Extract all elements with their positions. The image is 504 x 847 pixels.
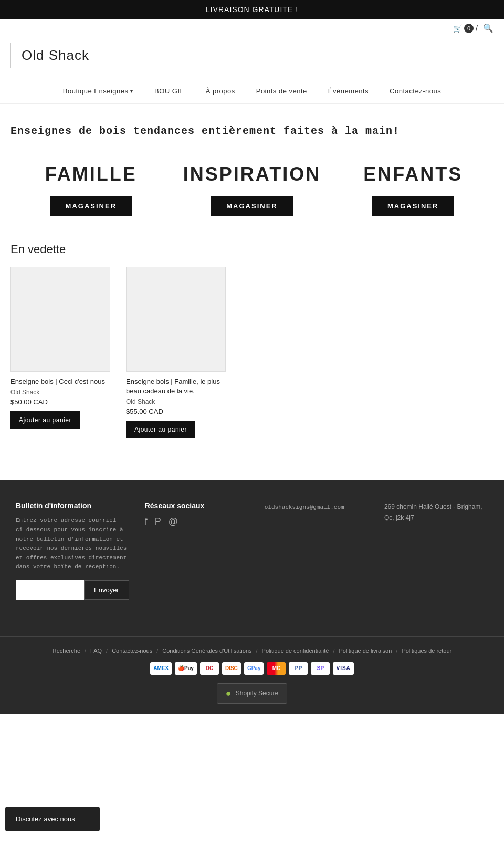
hero-text: Enseignes de bois tendances entièrement … bbox=[10, 125, 400, 137]
footer-social-col: Réseaux sociaux f P @ bbox=[145, 501, 249, 600]
nav-item-evenements[interactable]: Évènements bbox=[328, 87, 369, 95]
magasiner-famille-button[interactable]: MAGASINER bbox=[50, 196, 132, 216]
category-enfants-title: ENFANTS bbox=[363, 163, 463, 185]
footer-address: 269 chemin Hallé Ouest - Brigham, Qc, j2… bbox=[384, 503, 482, 521]
nav-item-boutique[interactable]: Boutique Enseignes ▾ bbox=[63, 87, 133, 95]
newsletter-input[interactable] bbox=[16, 580, 84, 600]
footer-link-politiques-retour[interactable]: Politiques de retour bbox=[397, 647, 456, 654]
footer-links: Recherche / FAQ / Contactez-nous / Condi… bbox=[16, 647, 488, 654]
footer-link-contact[interactable]: Contactez-nous bbox=[108, 647, 156, 654]
payment-amex-icon: AMEX bbox=[150, 662, 172, 675]
payment-google-icon: GPay bbox=[244, 662, 264, 675]
footer-grid: Bulletin d'information Entrez votre adre… bbox=[16, 501, 488, 600]
logo-wrap[interactable]: Old Shack bbox=[10, 43, 100, 68]
footer-link-politique-livraison[interactable]: Politique de livraison bbox=[334, 647, 396, 654]
facebook-icon[interactable]: f bbox=[145, 516, 148, 527]
nav-item-contact[interactable]: Contactez-nous bbox=[390, 87, 441, 95]
footer-address-col: 269 chemin Hallé Ouest - Brigham, Qc, j2… bbox=[384, 501, 488, 600]
magasiner-enfants-button[interactable]: MAGASINER bbox=[372, 196, 454, 216]
footer-newsletter-col: Bulletin d'information Entrez votre adre… bbox=[16, 501, 129, 600]
product-name-0: Enseigne bois | Ceci c'est nous bbox=[10, 377, 116, 386]
search-icon[interactable]: 🔍 bbox=[483, 23, 494, 33]
footer-link-conditions[interactable]: Conditions Générales d'Utilisations bbox=[158, 647, 256, 654]
newsletter-form: Envoyer bbox=[16, 580, 129, 600]
footer-link-faq[interactable]: FAQ bbox=[86, 647, 106, 654]
product-price-0: $50.00 CAD bbox=[10, 398, 116, 406]
product-brand-0: Old Shack bbox=[10, 389, 116, 396]
payment-visa-icon: VISA bbox=[333, 662, 353, 675]
shopify-logo-icon: ● bbox=[226, 688, 232, 699]
instagram-icon[interactable]: @ bbox=[169, 516, 178, 527]
payment-icons: AMEX 🍎Pay DC DISC GPay MC PP SP VISA bbox=[16, 662, 488, 675]
product-card-0: Enseigne bois | Ceci c'est nous Old Shac… bbox=[10, 267, 116, 438]
magasiner-inspiration-button[interactable]: MAGASINER bbox=[211, 196, 293, 216]
featured-title: En vedette bbox=[10, 243, 494, 256]
logo-text: Old Shack bbox=[22, 47, 89, 63]
hero-text-section: Enseignes de bois tendances entièrement … bbox=[0, 104, 504, 148]
product-name-1: Enseigne bois | Famille, le plus beau ca… bbox=[126, 377, 231, 396]
category-inspiration-title: INSPIRATION bbox=[183, 163, 321, 185]
footer-bottom: Recherche / FAQ / Contactez-nous / Condi… bbox=[0, 636, 504, 714]
product-image-0 bbox=[10, 267, 110, 372]
footer-email-col: oldshacksigns@gmail.com bbox=[265, 501, 369, 600]
payment-paypal-icon: PP bbox=[289, 662, 308, 675]
social-icons: f P @ bbox=[145, 516, 249, 527]
category-enfants: ENFANTS MAGASINER bbox=[332, 163, 494, 216]
footer: Bulletin d'information Entrez votre adre… bbox=[0, 480, 504, 636]
payment-mastercard-icon: MC bbox=[267, 662, 286, 675]
shopify-secure-badge: ● Shopify Secure bbox=[16, 683, 488, 704]
footer-email[interactable]: oldshacksigns@gmail.com bbox=[265, 504, 344, 510]
social-title: Réseaux sociaux bbox=[145, 501, 249, 510]
product-brand-1: Old Shack bbox=[126, 398, 231, 405]
payment-apple-icon: 🍎Pay bbox=[175, 662, 197, 675]
product-card-1: Enseigne bois | Famille, le plus beau ca… bbox=[126, 267, 231, 438]
site-header: Old Shack Boutique Enseignes ▾ BOU GIE À… bbox=[0, 37, 504, 104]
featured-section: En vedette Enseigne bois | Ceci c'est no… bbox=[0, 232, 504, 449]
footer-link-recherche[interactable]: Recherche bbox=[48, 647, 85, 654]
main-nav: Boutique Enseignes ▾ BOU GIE À propos Po… bbox=[10, 79, 494, 103]
chevron-down-icon: ▾ bbox=[130, 88, 133, 94]
cart-separator: / bbox=[476, 24, 478, 33]
top-banner-text: LIVRAISON GRATUITE ! bbox=[206, 5, 298, 14]
product-price-1: $55.00 CAD bbox=[126, 407, 231, 415]
add-to-cart-button-0[interactable]: Ajouter au panier bbox=[10, 411, 80, 429]
newsletter-title: Bulletin d'information bbox=[16, 501, 129, 510]
nav-item-points[interactable]: Points de vente bbox=[256, 87, 307, 95]
newsletter-send-button[interactable]: Envoyer bbox=[84, 580, 129, 600]
payment-discover-icon: DISC bbox=[222, 662, 241, 675]
newsletter-description: Entrez votre adresse courriel ci-dessous… bbox=[16, 516, 129, 572]
category-famille-title: FAMILLE bbox=[45, 163, 137, 185]
pinterest-icon[interactable]: P bbox=[155, 516, 161, 527]
top-banner: LIVRAISON GRATUITE ! bbox=[0, 0, 504, 19]
payment-shopay-icon: SP bbox=[311, 662, 330, 675]
cart-icon: 🛒 bbox=[453, 24, 462, 33]
top-bar: 🛒 0 / 🔍 bbox=[0, 19, 504, 37]
category-inspiration: INSPIRATION MAGASINER bbox=[172, 163, 333, 216]
nav-item-apropos[interactable]: À propos bbox=[206, 87, 235, 95]
add-to-cart-button-1[interactable]: Ajouter au panier bbox=[126, 421, 195, 438]
cart-count: 0 bbox=[464, 24, 474, 33]
category-famille: FAMILLE MAGASINER bbox=[10, 163, 172, 216]
footer-link-politique-confidentialite[interactable]: Politique de confidentialité bbox=[258, 647, 333, 654]
product-image-1 bbox=[126, 267, 226, 372]
payment-diners-icon: DC bbox=[200, 662, 219, 675]
cart-icon-wrap[interactable]: 🛒 0 / bbox=[453, 24, 478, 33]
featured-products-list: Enseigne bois | Ceci c'est nous Old Shac… bbox=[10, 267, 494, 438]
nav-item-bougie[interactable]: BOU GIE bbox=[154, 87, 185, 95]
shopify-secure-text: Shopify Secure bbox=[236, 689, 278, 697]
categories-section: FAMILLE MAGASINER INSPIRATION MAGASINER … bbox=[0, 148, 504, 232]
